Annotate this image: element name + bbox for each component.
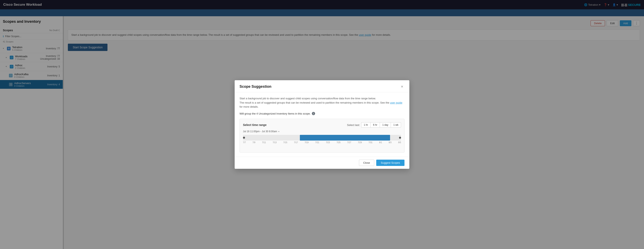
timeline-label-7: 7/21: [315, 141, 319, 144]
select-last-label: Select last:: [347, 124, 360, 126]
modal-header: Scope Suggestion ×: [235, 80, 409, 92]
suggest-scopes-button[interactable]: Suggest Scopes: [376, 160, 404, 166]
modal-overlay[interactable]: Scope Suggestion × Start a background jo…: [0, 0, 644, 249]
timeline-labels: 7/7 7/9 7/11 7/13 7/15 7/17 7/19 7/21 7/…: [243, 141, 401, 144]
timeline-label-10: 7/27: [347, 141, 351, 144]
modal-title: Scope Suggestion: [240, 84, 272, 89]
modal-body: Start a background job to discover and s…: [235, 92, 409, 156]
select-1day-button[interactable]: 1 day: [380, 122, 391, 128]
select-1hr-button[interactable]: 1 hr: [361, 122, 370, 128]
timeline-label-0: 7/7: [243, 141, 246, 144]
modal-will-group: Will group the 4 Uncategorized Inventory…: [240, 112, 404, 115]
timeline-label-6: 7/19: [304, 141, 308, 144]
timeline-bar-container: [243, 135, 401, 140]
timeline-label-12: 7/31: [368, 141, 372, 144]
modal-desc-line2-suffix: for more details.: [240, 105, 258, 108]
time-range-title: Select time range: [243, 123, 266, 126]
date-range-display[interactable]: Jul 16 11:00pm - Jul 30 8:00am ▾: [243, 130, 401, 133]
modal-desc-line2: The result is a set of suggested groups …: [240, 101, 404, 109]
timeline-right-handle[interactable]: [399, 137, 401, 139]
modal-description: Start a background job to discover and s…: [240, 96, 404, 109]
select-last-group: Select last: 1 hr 6 hr 1 day 1 wk: [347, 122, 401, 128]
modal-close-button[interactable]: ×: [400, 84, 404, 89]
date-range-text: Jul 16 11:00pm - Jul 30 8:00am: [243, 130, 277, 133]
time-range-section: Select time range Select last: 1 hr 6 hr…: [240, 119, 404, 152]
scope-suggestion-modal: Scope Suggestion × Start a background jo…: [235, 80, 409, 169]
modal-footer: Close Suggest Scopes: [235, 156, 409, 169]
timeline-label-3: 7/13: [273, 141, 276, 144]
select-1wk-button[interactable]: 1 wk: [391, 122, 401, 128]
select-6hr-button[interactable]: 6 hr: [370, 122, 380, 128]
modal-desc-line1: Start a background job to discover and s…: [240, 96, 404, 101]
info-circle-icon: i: [312, 112, 315, 115]
timeline-label-2: 7/11: [262, 141, 266, 144]
timeline-chart[interactable]: 7/7 7/9 7/11 7/13 7/15 7/17 7/19 7/21 7/…: [243, 135, 401, 149]
timeline-label-14: 8/3: [389, 141, 392, 144]
timeline-label-11: 7/29: [358, 141, 362, 144]
date-range-dropdown-icon: ▾: [278, 130, 279, 132]
will-group-text: Will group the 4 Uncategorized Inventory…: [240, 112, 310, 115]
timeline-left-handle[interactable]: [243, 137, 245, 139]
timeline-selected-range[interactable]: [300, 135, 390, 140]
timeline-label-1: 7/9: [252, 141, 255, 144]
timeline-label-8: 7/23: [326, 141, 330, 144]
modal-user-guide-link[interactable]: user guide: [390, 101, 402, 104]
time-range-header: Select time range Select last: 1 hr 6 hr…: [243, 122, 401, 128]
timeline-label-4: 7/15: [284, 141, 287, 144]
timeline-label-15: 8/5: [398, 141, 401, 144]
timeline-label-13: 8/1: [379, 141, 382, 144]
timeline-label-5: 7/17: [294, 141, 298, 144]
modal-desc-line2-text: The result is a set of suggested groups …: [240, 101, 389, 104]
modal-close-btn[interactable]: Close: [359, 160, 374, 166]
timeline-label-9: 7/25: [337, 141, 340, 144]
